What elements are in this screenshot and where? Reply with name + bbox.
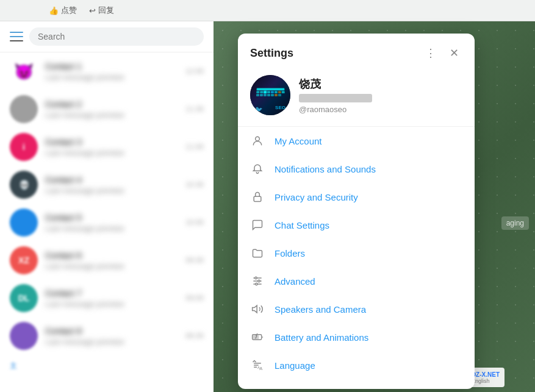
contact-time: 09:00 [185, 294, 204, 302]
contact-list: 😈 Contact 1 Last message preview 12:00 C… [0, 52, 214, 392]
contact-msg: Last message preview [45, 148, 178, 157]
close-icon: ✕ [450, 46, 459, 60]
menu-item-notifications[interactable]: Notifications and Sounds [238, 155, 475, 183]
list-item[interactable]: XZ Contact 6 Last message preview 09:30 [0, 241, 214, 279]
like-action[interactable]: 👍 点赞 [49, 5, 77, 16]
contact-msg: Last message preview [45, 299, 178, 308]
chat-icon [250, 218, 265, 232]
avatar: 💀 [10, 171, 38, 199]
avatar: XZ [10, 246, 38, 274]
menu-label-notifications: Notifications and Sounds [275, 164, 376, 174]
chat-area-label: aging [501, 216, 529, 230]
avatar: i [10, 133, 38, 161]
hamburger-menu[interactable] [10, 32, 23, 41]
more-options-button[interactable]: ⋮ [422, 45, 439, 62]
reply-label: 回复 [98, 5, 114, 16]
contact-time: 11:30 [185, 105, 204, 113]
profile-name: 饶茂 [299, 77, 462, 91]
bell-icon [250, 162, 265, 176]
menu-item-folders[interactable]: Folders [238, 239, 475, 267]
lock-icon [250, 190, 265, 204]
menu-item-account[interactable]: My Account [238, 127, 475, 155]
menu-item-battery[interactable]: Battery and Animations [238, 323, 475, 351]
like-label: 点赞 [61, 5, 77, 16]
svg-point-7 [256, 283, 257, 285]
contact-name: Contact 5 [45, 213, 178, 223]
contact-time: 10:00 [185, 218, 204, 227]
battery-icon [250, 330, 265, 344]
profile-section[interactable]: SEO 🐦 饶茂 @raomaoseo [238, 70, 475, 127]
contact-msg: Last message preview [45, 110, 178, 119]
list-item[interactable]: 😈 Contact 1 Last message preview 12:00 [0, 52, 214, 90]
contact-msg: Last message preview [45, 73, 178, 82]
avatar: 😈 [10, 57, 38, 85]
contact-time: 09:30 [185, 256, 204, 265]
menu-label-battery: Battery and Animations [275, 332, 368, 343]
menu-item-privacy[interactable]: Privacy and Security [238, 183, 475, 211]
contact-name: Contact 1 [45, 62, 178, 71]
menu-item-language[interactable]: A A Language [238, 351, 475, 379]
contact-name: Contact 6 [45, 251, 178, 260]
contact-name: Contact 7 [45, 288, 178, 298]
svg-text:A: A [259, 366, 262, 371]
contact-time: 10:30 [185, 180, 204, 189]
watermark-text: DZ-X.NET English [472, 371, 500, 384]
three-dots-icon: ⋮ [425, 46, 437, 60]
avatar [10, 208, 38, 237]
list-item[interactable]: Contact 5 Last message preview 10:00 [0, 204, 214, 241]
thumbs-up-icon: 👍 [49, 6, 59, 15]
menu-label-privacy: Privacy and Security [275, 192, 358, 202]
contact-time: 08:30 [185, 332, 204, 340]
contact-msg: Last message preview [45, 262, 178, 271]
list-item[interactable]: DL Contact 7 Last message preview 09:00 [0, 279, 214, 317]
modal-header-actions: ⋮ ✕ [422, 45, 462, 62]
contact-name: Contact 2 [45, 99, 178, 109]
svg-marker-8 [253, 305, 257, 313]
menu-label-folders: Folders [275, 248, 305, 258]
contact-msg: Last message preview [45, 337, 178, 346]
contact-name: Contact 8 [45, 326, 178, 336]
sliders-icon [250, 274, 265, 288]
contact-msg: Last message preview [45, 186, 178, 195]
profile-avatar: SEO 🐦 [250, 75, 290, 115]
menu-label-chat: Chat Settings [275, 220, 329, 230]
modal-header: Settings ⋮ ✕ [238, 34, 475, 70]
top-bar: 👍 点赞 ↩ 回复 [0, 0, 535, 21]
contact-time: 11:00 [185, 143, 204, 151]
settings-modal: Settings ⋮ ✕ [238, 34, 475, 389]
reply-action[interactable]: ↩ 回复 [89, 5, 114, 16]
bottom-link[interactable]: 主 [10, 362, 17, 370]
list-item[interactable]: Contact 2 Last message preview 11:30 [0, 90, 214, 128]
menu-label-account: My Account [275, 136, 322, 146]
avatar [10, 95, 38, 123]
modal-title: Settings [250, 47, 293, 60]
list-item[interactable]: 💀 Contact 4 Last message preview 10:30 [0, 166, 214, 204]
volume-icon [250, 302, 265, 316]
translate-icon: A A [250, 358, 265, 372]
list-item[interactable]: i Contact 3 Last message preview 11:00 [0, 128, 214, 166]
close-button[interactable]: ✕ [445, 45, 462, 62]
contact-name: Contact 4 [45, 175, 178, 185]
folder-icon [250, 246, 265, 260]
sidebar-header [0, 21, 214, 52]
list-item[interactable]: Contact 8 Last message preview 08:30 [0, 317, 214, 355]
avatar: DL [10, 284, 38, 312]
contact-name: Contact 3 [45, 137, 178, 147]
contact-msg: Last message preview [45, 224, 178, 233]
menu-item-advanced[interactable]: Advanced [238, 267, 475, 295]
menu-label-language: Language [275, 360, 315, 371]
person-icon [250, 134, 265, 148]
profile-phone [299, 94, 372, 102]
reply-icon: ↩ [89, 6, 96, 15]
menu-label-advanced: Advanced [275, 276, 315, 287]
search-input[interactable] [29, 27, 204, 46]
menu-item-chat[interactable]: Chat Settings [238, 211, 475, 239]
svg-point-5 [255, 277, 257, 279]
svg-rect-1 [254, 196, 261, 201]
menu-label-speakers: Speakers and Camera [275, 304, 366, 315]
sidebar: 😈 Contact 1 Last message preview 12:00 C… [0, 21, 214, 392]
svg-point-0 [256, 137, 260, 141]
avatar [10, 322, 38, 350]
profile-username: @raomaoseo [299, 105, 462, 114]
menu-item-speakers[interactable]: Speakers and Camera [238, 295, 475, 323]
